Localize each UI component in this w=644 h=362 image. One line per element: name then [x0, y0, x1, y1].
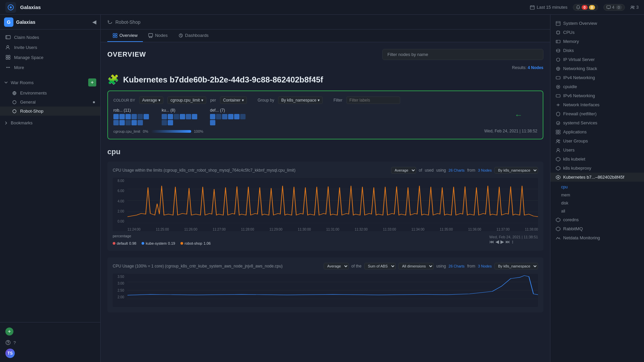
heatmap-cell[interactable] — [240, 114, 246, 119]
chart1-nodes-link[interactable]: 3 Nodes — [478, 168, 492, 172]
heatmap-cell[interactable] — [234, 114, 239, 119]
time-range[interactable]: Last 15 minutes — [530, 5, 568, 10]
right-sidebar-memory[interactable]: Memory — [550, 37, 644, 46]
nav-zoom[interactable]: ↕ — [512, 239, 514, 244]
nav-prev[interactable]: ◀ — [495, 239, 499, 244]
chart2-groupby-select[interactable]: By k8s_namespace — [494, 263, 538, 269]
right-sidebar-networking-stack[interactable]: Networking Stack — [550, 64, 644, 73]
right-sidebar-ipv6[interactable]: IPv6 Networking — [550, 91, 644, 100]
right-sidebar-k8s-mem[interactable]: mem — [550, 191, 644, 199]
heatmap-cell[interactable] — [162, 114, 167, 119]
heatmap-cell[interactable] — [144, 114, 149, 119]
heatmap-cell[interactable] — [192, 114, 197, 119]
sidebar-item-general[interactable]: General — [0, 98, 100, 107]
right-sidebar-users[interactable]: Users — [550, 145, 644, 155]
right-sidebar-kubernetes[interactable]: Kubernetes b7...–862402b8f45f — [550, 173, 644, 182]
heatmap-cell[interactable] — [162, 120, 167, 125]
user-avatar[interactable]: TS — [5, 349, 15, 358]
heatmap-cell[interactable] — [113, 114, 119, 119]
sidebar-item-invite-users[interactable]: Invite Users — [0, 42, 100, 52]
chart2-charts-link[interactable]: 26 Charts — [448, 264, 465, 268]
colour-metric-select[interactable]: cgroup.cpu_limit ▾ — [167, 97, 206, 104]
chart2-aggregation-select[interactable]: Average — [324, 263, 349, 269]
chart2-y-axis: 3.50 3.00 2.50 2.00 — [113, 274, 126, 299]
tab-dashboards[interactable]: Dashboards — [173, 29, 214, 42]
chart2-sum-select[interactable]: Sum of ABS — [364, 263, 396, 269]
per-select[interactable]: Container ▾ — [220, 97, 247, 104]
bookmarks-header[interactable]: Bookmarks — [0, 118, 100, 127]
right-sidebar-coredns[interactable]: coredns — [550, 215, 644, 224]
heatmap-cell[interactable] — [210, 120, 215, 125]
heatmap-cell[interactable] — [174, 114, 179, 119]
nav-next-next[interactable]: ⏭ — [505, 239, 510, 244]
alerts-badge[interactable]: 0 0 — [573, 4, 598, 11]
right-sidebar-k8s-kubelet[interactable]: k8s kubelet — [550, 155, 644, 164]
help-button[interactable]: ? — [0, 338, 100, 347]
heatmap-cell[interactable] — [131, 114, 137, 119]
chart2-nodes-link[interactable]: 3 Nodes — [478, 264, 492, 268]
sidebar-item-claim-nodes[interactable]: Claim Nodes — [0, 32, 100, 42]
monitors-badge[interactable]: 4 0 — [603, 4, 625, 11]
right-sidebar-network-interfaces[interactable]: Network Interfaces — [550, 100, 644, 109]
nav-prev-prev[interactable]: ⏮ — [489, 239, 494, 244]
add-button[interactable]: + — [0, 325, 100, 338]
heatmap-cell[interactable] — [168, 120, 173, 125]
right-sidebar-netdata[interactable]: Netdata Monitoring — [550, 233, 644, 242]
heatmap-cell[interactable] — [113, 120, 119, 125]
group-by-select[interactable]: By k8s_namespace ▾ — [278, 97, 323, 104]
tab-overview[interactable]: Overview — [107, 29, 143, 42]
heatmap-cell[interactable] — [180, 114, 185, 119]
chart1-aggregation-select[interactable]: Average — [391, 167, 416, 174]
heatmap-cell[interactable] — [210, 114, 215, 119]
sidebar-item-manage-space[interactable]: Manage Space — [0, 52, 100, 62]
heatmap-cell[interactable] — [186, 114, 191, 119]
users-button[interactable]: 3 — [630, 5, 639, 10]
heatmap-cell[interactable] — [228, 114, 233, 119]
heatmap-cell[interactable] — [168, 114, 173, 119]
results-count: 4 Nodes — [528, 65, 543, 70]
right-sidebar-ip-virtual[interactable]: IP Virtual Server — [550, 55, 644, 64]
heatmap-cell[interactable] — [138, 120, 143, 125]
chart1-charts-link[interactable]: 26 Charts — [448, 168, 465, 172]
heatmap-cell[interactable] — [119, 114, 125, 119]
chart2-dim-select[interactable]: All dimensions — [398, 263, 434, 269]
filter-nodes-input[interactable] — [382, 49, 543, 60]
sidebar-item-environments[interactable]: Environments — [0, 88, 100, 98]
chart1-groupby-select[interactable]: By k8s_namespace — [494, 167, 538, 174]
right-sidebar-system-overview[interactable]: System Overview — [550, 19, 644, 28]
heatmap-cell[interactable] — [125, 120, 131, 125]
results-line: Results: 4 Nodes — [107, 65, 543, 70]
right-sidebar-systemd[interactable]: systemd Services — [550, 118, 644, 127]
right-sidebar-k8s-all[interactable]: all — [550, 207, 644, 215]
right-sidebar-rabbitmq[interactable]: RabbitMQ — [550, 224, 644, 233]
heatmap-cell[interactable] — [222, 114, 227, 119]
sidebar-item-robot-shop[interactable]: Robot-Shop — [0, 107, 100, 116]
right-sidebar-k8s-disk[interactable]: disk — [550, 199, 644, 207]
right-sidebar-firewall[interactable]: Firewall (netfilter) — [550, 109, 644, 118]
workspace-avatar[interactable]: G — [4, 17, 13, 27]
right-sidebar-disks[interactable]: Disks — [550, 46, 644, 55]
sidebar-collapse-icon[interactable]: ◀ — [92, 19, 96, 25]
heatmap-cell[interactable] — [138, 114, 143, 119]
right-sidebar-cpus[interactable]: CPUs — [550, 28, 644, 37]
app-logo[interactable] — [5, 2, 16, 13]
tab-nodes[interactable]: Nodes — [143, 29, 173, 42]
right-sidebar-k8s-kubeproxy[interactable]: k8s kubeproxy — [550, 164, 644, 173]
war-rooms-header[interactable]: War Rooms + — [0, 76, 100, 88]
heatmap-cell[interactable] — [216, 114, 221, 119]
heatmap-cell[interactable] — [125, 114, 131, 119]
colour-avg-select[interactable]: Average ▾ — [139, 97, 163, 104]
right-sidebar-applications[interactable]: Applications — [550, 127, 644, 136]
right-sidebar-cpuidle[interactable]: cpuidle — [550, 82, 644, 91]
sidebar-item-more[interactable]: More — [0, 62, 100, 72]
chart1-title: CPU Usage within the limits (cgroup_k8s_… — [113, 168, 296, 173]
nav-next[interactable]: ▶ — [500, 239, 504, 244]
filter-labels-input[interactable] — [346, 97, 400, 104]
heatmap-cell[interactable] — [131, 120, 137, 125]
right-sidebar-k8s-cpu[interactable]: cpu — [550, 183, 644, 191]
right-sidebar-ipv4[interactable]: IPv4 Networking — [550, 73, 644, 82]
right-sidebar-user-groups[interactable]: User Groups — [550, 136, 644, 145]
heatmap-cell[interactable] — [119, 120, 125, 125]
svg-rect-66 — [558, 130, 560, 132]
add-war-room-button[interactable]: + — [88, 78, 96, 86]
